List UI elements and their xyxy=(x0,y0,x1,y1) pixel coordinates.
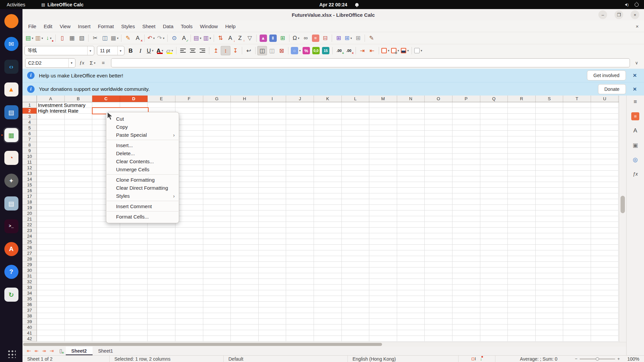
cell-E32[interactable] xyxy=(148,279,175,285)
cell-G10[interactable] xyxy=(203,154,231,159)
cell-J12[interactable] xyxy=(286,165,314,171)
cell-I38[interactable] xyxy=(259,313,286,319)
cell-A39[interactable] xyxy=(37,319,65,324)
cell-L10[interactable] xyxy=(342,154,370,159)
cell-B20[interactable] xyxy=(65,210,93,216)
zoom-in-icon[interactable]: + xyxy=(617,356,620,361)
cell-R14[interactable] xyxy=(508,176,536,182)
cell-L9[interactable] xyxy=(342,148,370,154)
show-applications-icon[interactable] xyxy=(7,349,16,358)
row-header-14[interactable]: 14 xyxy=(22,176,37,182)
cell-S35[interactable] xyxy=(536,296,564,302)
cell-S18[interactable] xyxy=(536,199,564,205)
cell-Q27[interactable] xyxy=(480,250,508,256)
cell-P19[interactable] xyxy=(452,205,480,210)
cell-M35[interactable] xyxy=(369,296,397,302)
cell-G18[interactable] xyxy=(203,199,231,205)
first-sheet-icon[interactable]: ⇤ xyxy=(25,348,33,354)
cell-A27[interactable] xyxy=(37,250,65,256)
cell-I10[interactable] xyxy=(259,154,286,159)
cell-H6[interactable] xyxy=(231,131,259,136)
cell-M19[interactable] xyxy=(369,205,397,210)
cell-O41[interactable] xyxy=(425,330,452,336)
cell-F35[interactable] xyxy=(175,296,203,302)
cell-H21[interactable] xyxy=(231,216,259,222)
cell-O25[interactable] xyxy=(425,239,452,245)
cell-G34[interactable] xyxy=(203,290,231,296)
cell-E36[interactable] xyxy=(148,302,175,307)
cell-L23[interactable] xyxy=(342,228,370,233)
cell-D41[interactable] xyxy=(120,330,148,336)
row-header-2[interactable]: 2 xyxy=(22,108,37,114)
cell-T35[interactable] xyxy=(563,296,591,302)
cell-T28[interactable] xyxy=(563,256,591,262)
cell-T42[interactable] xyxy=(563,336,591,342)
navigator-icon[interactable]: ◎ xyxy=(631,155,640,164)
cell-L5[interactable] xyxy=(342,125,370,131)
cell-S37[interactable] xyxy=(536,307,564,313)
cell-R23[interactable] xyxy=(508,228,536,233)
cell-B36[interactable] xyxy=(65,302,93,307)
cell-T31[interactable] xyxy=(563,273,591,279)
cell-G21[interactable] xyxy=(203,216,231,222)
cell-I16[interactable] xyxy=(259,188,286,193)
cell-F9[interactable] xyxy=(175,148,203,154)
menu-sheet[interactable]: Sheet xyxy=(139,22,159,31)
cell-E31[interactable] xyxy=(148,273,175,279)
align-left-icon[interactable] xyxy=(178,46,188,55)
cell-N32[interactable] xyxy=(397,279,425,285)
cell-K39[interactable] xyxy=(314,319,342,324)
insert-mode-icon[interactable]: I xyxy=(472,357,476,361)
cell-R16[interactable] xyxy=(508,188,536,193)
cell-R7[interactable] xyxy=(508,136,536,142)
cell-T9[interactable] xyxy=(563,148,591,154)
cell-A26[interactable] xyxy=(37,245,65,250)
cell-H16[interactable] xyxy=(231,188,259,193)
cell-O20[interactable] xyxy=(425,210,452,216)
cell-U38[interactable] xyxy=(591,313,619,319)
cell-C36[interactable] xyxy=(92,302,120,307)
cell-S10[interactable] xyxy=(536,154,564,159)
cell-F41[interactable] xyxy=(175,330,203,336)
redo-icon[interactable]: ↷▾ xyxy=(156,34,166,43)
cell-K11[interactable] xyxy=(314,159,342,165)
cell-I33[interactable] xyxy=(259,285,286,290)
cell-G16[interactable] xyxy=(203,188,231,193)
cell-L22[interactable] xyxy=(342,222,370,228)
cell-P7[interactable] xyxy=(452,136,480,142)
cell-J11[interactable] xyxy=(286,159,314,165)
dock-item-vlc[interactable]: ▲ xyxy=(3,81,19,98)
cell-O7[interactable] xyxy=(425,136,452,142)
cell-L19[interactable] xyxy=(342,205,370,210)
cell-I15[interactable] xyxy=(259,182,286,188)
cell-E25[interactable] xyxy=(148,239,175,245)
cell-U19[interactable] xyxy=(591,205,619,210)
delete-decimal-place-icon[interactable]: .00× xyxy=(344,46,354,55)
cell-A20[interactable] xyxy=(37,210,65,216)
cell-Q34[interactable] xyxy=(480,290,508,296)
cell-F20[interactable] xyxy=(175,210,203,216)
cell-M7[interactable] xyxy=(369,136,397,142)
cell-N14[interactable] xyxy=(397,176,425,182)
cell-T32[interactable] xyxy=(563,279,591,285)
cell-T19[interactable] xyxy=(563,205,591,210)
cell-B41[interactable] xyxy=(65,330,93,336)
cell-N39[interactable] xyxy=(397,319,425,324)
cell-M14[interactable] xyxy=(369,176,397,182)
cell-L39[interactable] xyxy=(342,319,370,324)
cell-P21[interactable] xyxy=(452,216,480,222)
cell-U35[interactable] xyxy=(591,296,619,302)
cell-O22[interactable] xyxy=(425,222,452,228)
cell-L41[interactable] xyxy=(342,330,370,336)
cell-A14[interactable] xyxy=(37,176,65,182)
cell-M39[interactable] xyxy=(369,319,397,324)
cell-R22[interactable] xyxy=(508,222,536,228)
cell-Q29[interactable] xyxy=(480,262,508,267)
cell-P4[interactable] xyxy=(452,119,480,125)
cell-G32[interactable] xyxy=(203,279,231,285)
cell-M36[interactable] xyxy=(369,302,397,307)
cell-H12[interactable] xyxy=(231,165,259,171)
cell-J9[interactable] xyxy=(286,148,314,154)
cell-F19[interactable] xyxy=(175,205,203,210)
cell-M2[interactable] xyxy=(369,108,397,114)
